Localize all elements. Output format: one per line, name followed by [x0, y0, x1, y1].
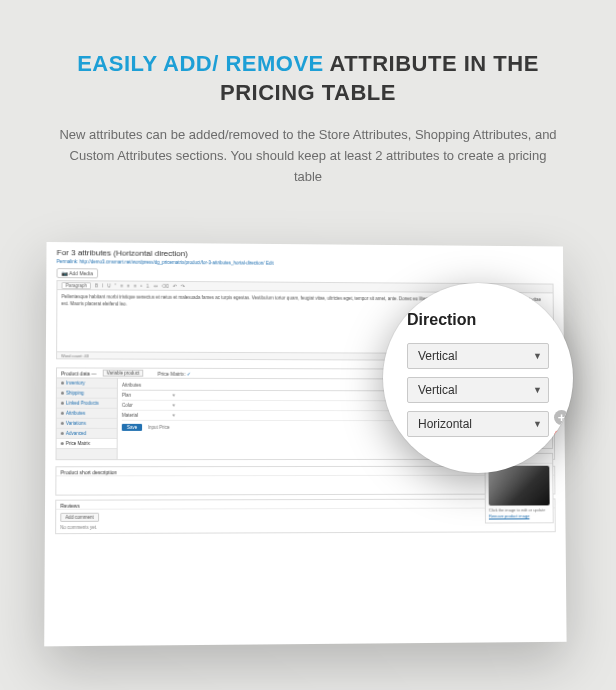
- permalink-edit[interactable]: Edit: [266, 260, 274, 265]
- product-image-thumb[interactable]: [488, 465, 549, 505]
- editor-btn[interactable]: •: [141, 283, 143, 288]
- product-tabs: Inventory Shipping Linked Products Attri…: [57, 378, 118, 459]
- direction-label: Direction: [407, 311, 549, 329]
- camera-icon: 📷: [62, 270, 68, 276]
- check-icon: ✓: [187, 370, 191, 376]
- tab-price-matrix[interactable]: Price Matrix: [57, 439, 117, 449]
- image-caption: Click the image to edit or update: [489, 507, 550, 513]
- caret-icon[interactable]: ▾: [172, 412, 180, 417]
- tab-advanced[interactable]: Advanced: [57, 428, 117, 438]
- paragraph-dropdown[interactable]: Paragraph: [62, 281, 91, 288]
- caret-down-icon: ▼: [533, 385, 542, 395]
- editor-btn[interactable]: I: [102, 282, 103, 287]
- add-comment-button[interactable]: Add comment: [60, 512, 99, 521]
- direction-select-zoom[interactable]: Horizontal ▼: [407, 411, 549, 437]
- dot-icon: [61, 411, 64, 414]
- dot-icon: [61, 391, 64, 394]
- direction-select-zoom[interactable]: Vertical ▼: [407, 343, 549, 369]
- price-matrix-checkbox[interactable]: Price Matrix: ✓: [158, 370, 191, 376]
- reviews-box: Reviews Add comment No comments yet.: [55, 498, 556, 534]
- headline-accent: EASILY ADD/ REMOVE: [77, 51, 324, 76]
- tab-inventory[interactable]: Inventory: [57, 378, 117, 388]
- remove-image-link[interactable]: Remove product image: [489, 513, 550, 519]
- subtext: New attributes can be added/removed to t…: [58, 125, 558, 187]
- editor-btn[interactable]: 1.: [146, 283, 150, 288]
- input-price-button[interactable]: Input Price: [148, 424, 170, 429]
- caret-icon[interactable]: ▾: [172, 392, 180, 397]
- tab-variations[interactable]: Variations: [57, 418, 117, 428]
- dot-icon: [61, 401, 64, 404]
- add-media-button[interactable]: 📷 Add Media: [56, 268, 98, 278]
- dot-icon: [61, 431, 64, 434]
- attributes-title: Attributes: [122, 382, 181, 387]
- promo-page: EASILY ADD/ REMOVE ATTRIBUTE IN THE PRIC…: [0, 0, 616, 683]
- tab-shipping[interactable]: Shipping: [57, 388, 117, 398]
- dot-icon: [61, 381, 64, 384]
- editor-btn[interactable]: B: [95, 282, 98, 287]
- caret-down-icon: ▼: [533, 419, 542, 429]
- add-attribute-button[interactable]: +: [554, 410, 569, 425]
- zoom-lens: Direction Vertical ▼ Vertical ▼ Horizont…: [383, 283, 573, 473]
- permalink-label: Permalink:: [57, 259, 79, 264]
- tab-linked-products[interactable]: Linked Products: [57, 398, 117, 408]
- editor-btn[interactable]: ⌫: [162, 283, 169, 288]
- caret-down-icon: ▼: [533, 351, 542, 361]
- editor-btn[interactable]: ": [115, 283, 117, 288]
- editor-btn[interactable]: ↶: [173, 283, 177, 288]
- save-button[interactable]: Save: [122, 423, 143, 430]
- tab-attributes[interactable]: Attributes: [57, 408, 117, 418]
- mockup-wrap: For 3 attributes (Horizontal direction) …: [48, 223, 568, 663]
- dot-icon: [61, 421, 64, 424]
- permalink-url: http://demo3.cmsmart.net/wordpress/dg_pr…: [79, 259, 264, 265]
- editor-btn[interactable]: ≡: [127, 283, 130, 288]
- short-description-body[interactable]: [56, 475, 554, 494]
- no-comments-text: No comments yet.: [60, 523, 551, 530]
- product-data-label: Product data —: [61, 369, 96, 375]
- editor-btn[interactable]: ⇔: [154, 283, 158, 288]
- direction-select-zoom[interactable]: Vertical ▼: [407, 377, 549, 403]
- headline: EASILY ADD/ REMOVE ATTRIBUTE IN THE PRIC…: [40, 50, 576, 107]
- editor-btn[interactable]: U: [107, 283, 110, 288]
- caret-icon[interactable]: ▾: [172, 402, 180, 407]
- dot-icon: [61, 442, 64, 445]
- editor-btn[interactable]: ≡: [120, 283, 123, 288]
- product-type-select[interactable]: Variable product: [102, 369, 143, 376]
- editor-btn[interactable]: ↷: [181, 283, 185, 288]
- editor-btn[interactable]: ≡: [134, 283, 137, 288]
